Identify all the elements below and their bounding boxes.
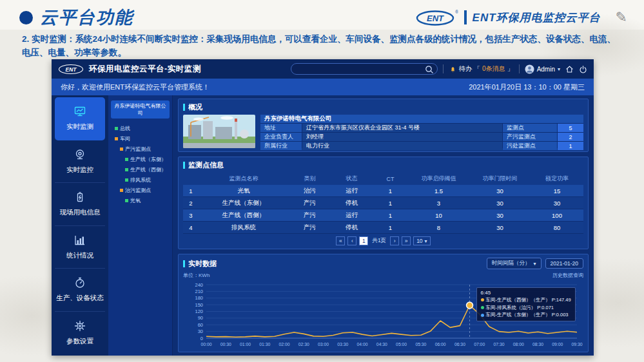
line-chart-svg: 030609012015018021024000:0000:3001:0001:…	[183, 280, 583, 348]
cell-index: 2	[183, 197, 199, 209]
app-ent-logo-text: ENT	[66, 66, 77, 72]
sidebar-item-statistics[interactable]: 统计情况	[55, 226, 105, 269]
tree-item-workshop[interactable]: 车间	[111, 133, 170, 144]
page-number[interactable]: 1	[359, 236, 368, 245]
info-value: 辽宁省丹东市振兴区仪表企业园区 31-4 号楼	[302, 124, 502, 132]
table-row[interactable]: 1光氧治污运行11.53015	[183, 185, 583, 197]
header-divider	[443, 64, 444, 73]
cell-threshold: 1.5	[408, 185, 469, 197]
app-window: ENT 环保用电监控云平台-实时监测 待办 「 0条消息 」	[52, 59, 594, 356]
col-header: 类别	[289, 173, 331, 185]
power-button[interactable]	[579, 65, 587, 73]
tree-root-company[interactable]: 丹东伊诺特电气有限公司	[111, 100, 170, 119]
cell-category: 治污	[289, 185, 331, 197]
svg-text:0: 0	[200, 336, 203, 341]
tree-item-line-east[interactable]: 生产线（东侧）	[111, 154, 170, 164]
info-value: 刘经理	[302, 133, 502, 141]
cell-status: 停机	[331, 197, 373, 209]
tree-item-label: 治污监测点	[125, 187, 151, 194]
cell-category: 产污	[289, 222, 331, 234]
svg-text:09:30: 09:30	[571, 342, 582, 347]
page-size-select[interactable]: 10 ▾	[413, 236, 430, 245]
section-bar	[183, 162, 185, 169]
tree-item-label: 排风系统	[130, 176, 151, 184]
svg-text:05:00: 05:00	[396, 342, 407, 347]
tree-item-bus[interactable]: 总线	[111, 123, 170, 133]
sidebar-item-parameter-settings[interactable]: 参数设置	[55, 312, 105, 354]
chevron-down-icon: ▾	[425, 238, 427, 244]
app-ent-logo: ENT	[58, 64, 84, 75]
tree-item-pollution-points[interactable]: 产污监测点	[111, 144, 170, 154]
page-first-button[interactable]: «	[336, 236, 345, 245]
company-name: 丹东伊诺特电气有限公司	[260, 115, 583, 123]
table-row[interactable]: 3生产线（西侧）产污运行11030100	[183, 209, 583, 222]
sidebar-item-realtime-video[interactable]: 实时监控	[55, 140, 105, 184]
cell-name: 光氧	[199, 185, 289, 197]
table-row[interactable]: 4排风系统产污停机183080	[183, 222, 583, 234]
info-label: 地址	[260, 124, 302, 132]
svg-text:30: 30	[198, 329, 203, 334]
cell-status: 运行	[331, 209, 373, 222]
cell-gate-time: 30	[469, 185, 531, 197]
home-button[interactable]	[565, 65, 574, 73]
gear-icon	[73, 319, 86, 334]
svg-text:00:30: 00:30	[220, 342, 231, 347]
info-label: 所属行业	[260, 142, 302, 150]
date-picker[interactable]: 2021-01-20	[545, 258, 583, 269]
realtime-data-panel: 实时数据 时间间隔（分） ▾ 2021-01-20 单位：KWh 历史数据查询 …	[178, 254, 589, 352]
tree-bullet-icon	[125, 199, 128, 202]
tree-item-label: 生产线（东侧）	[130, 156, 166, 163]
interval-select[interactable]: 时间间隔（分） ▾	[487, 258, 542, 269]
svg-text:180: 180	[195, 295, 203, 301]
chevron-down-icon: ▾	[558, 66, 560, 72]
tree-bullet-icon	[120, 189, 123, 192]
tree-item-photo-oxygen[interactable]: 光氧	[111, 195, 170, 205]
tree-item-line-west[interactable]: 生产线（西侧）	[111, 164, 170, 175]
svg-text:01:00: 01:00	[240, 342, 251, 347]
cell-category: 产污	[289, 197, 331, 209]
info-label: 企业负责人	[260, 133, 302, 141]
sidebar-item-realtime-monitoring[interactable]: 实时监测	[55, 97, 105, 140]
cell-rated-power: 100	[531, 209, 583, 222]
page-prev-button[interactable]: ‹	[347, 236, 356, 245]
brand-separator	[464, 10, 467, 24]
page-last-button[interactable]: »	[402, 236, 411, 245]
search-input[interactable]	[291, 64, 437, 74]
sidebar-item-production-device-status[interactable]: 生产、设备状态	[55, 269, 105, 312]
sidebar-item-site-power-info[interactable]: 现场用电信息	[55, 183, 105, 226]
monitor-icon	[73, 105, 86, 119]
svg-text:01:30: 01:30	[259, 342, 270, 347]
tree-bullet-icon	[125, 168, 128, 171]
table-row[interactable]: 2生产线（东侧）产污停机133030	[183, 197, 583, 209]
cell-rated-power: 15	[531, 185, 583, 197]
col-header: 功率门限时间	[469, 173, 531, 185]
monitor-points-table: 监测点名称 类别 状态 CT 功率启停阈值 功率门限时间 额定功率 1光氧治污运…	[183, 173, 583, 234]
cell-threshold: 3	[408, 197, 469, 209]
user-menu[interactable]: Admin ▾	[525, 64, 560, 74]
search-icon[interactable]	[425, 65, 434, 77]
cell-threshold: 8	[408, 222, 469, 234]
pagination: « ‹ 1 共1页 › » 10 ▾	[183, 236, 583, 245]
cell-name: 生产线（西侧）	[199, 209, 289, 222]
datetime-text: 2021年01月20日 13：10：00 星期三	[469, 82, 585, 92]
tree-bullet-icon	[120, 148, 123, 151]
stopwatch-icon	[73, 276, 86, 291]
svg-text:03:00: 03:00	[318, 342, 329, 347]
stat-value: 2	[558, 133, 583, 141]
main-content: 概况	[173, 95, 594, 356]
todo-messages[interactable]: 待办 「 0条消息 」	[449, 64, 514, 73]
site-photo	[183, 115, 255, 148]
monitor-points-title: 监测点信息	[188, 160, 224, 170]
cell-index: 3	[183, 209, 199, 222]
tree-item-exhaust-system[interactable]: 排风系统	[111, 175, 170, 185]
page-next-button[interactable]: ›	[390, 236, 399, 245]
bell-icon	[449, 65, 457, 73]
svg-text:04:30: 04:30	[376, 342, 387, 347]
sidebar-item-label: 现场用电信息	[60, 208, 101, 217]
history-query-link[interactable]: 历史数据查询	[552, 272, 583, 279]
tree-item-treatment-points[interactable]: 治污监测点	[111, 185, 170, 195]
org-tree: 丹东伊诺特电气有限公司 总线 车间 产污监测点 生产线（东侧） 生产线（西侧） …	[108, 95, 173, 356]
tree-item-label: 总线	[120, 125, 130, 132]
cell-gate-time: 30	[469, 222, 531, 234]
sidebar-item-label: 参数设置	[66, 337, 93, 346]
